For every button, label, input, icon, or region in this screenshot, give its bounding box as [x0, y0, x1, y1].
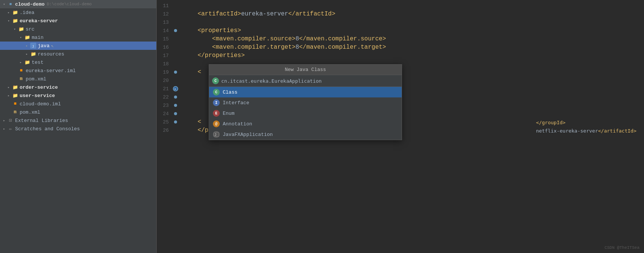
code-line-15: 15 <maven.compiler.source>8</maven.compi… [157, 35, 644, 43]
line-code-13[interactable] [179, 19, 644, 26]
sidebar-item-test[interactable]: test [0, 58, 156, 66]
line-num-19: 19 [157, 69, 172, 75]
gutter-bookmark-icon [174, 96, 177, 99]
sidebar-item-scratches[interactable]: ✏ Scratches and Consoles [0, 125, 156, 133]
xml-icon: m [12, 109, 18, 115]
code-line-17: 17 </properties> [157, 51, 644, 60]
sidebar-item-order-service[interactable]: order-service [0, 83, 156, 91]
gutter-bookmark-icon [174, 120, 177, 123]
popup-option-interface-label: Interface [223, 100, 249, 106]
library-icon: ⊡ [8, 117, 14, 123]
sidebar-item-pom-eureka[interactable]: m pom.xml [0, 75, 156, 83]
code-line-13: 13 [157, 18, 644, 26]
iml-icon: ■ [18, 68, 24, 74]
popup-option-javafx[interactable]: J JavaFXApplication [209, 129, 402, 140]
arrow-icon [6, 85, 11, 90]
sidebar-item-eureka-iml[interactable]: ■ eureka-server.iml [0, 66, 156, 75]
popup-option-class-label: Class [223, 89, 237, 95]
code-line-11: 11 [157, 2, 644, 10]
sidebar-sublabel-cloud-demo: D:\code\cloud-demo [47, 2, 92, 6]
folder-icon [30, 51, 36, 57]
popup-option-enum[interactable]: E Enum [209, 108, 402, 119]
line-code-15[interactable]: <maven.compiler.source>8</maven.compiler… [179, 35, 644, 42]
javafx-icon: J [213, 131, 220, 138]
watermark: CSDN @TheITSea [605, 245, 639, 250]
sidebar-item-pom-root[interactable]: m pom.xml [0, 108, 156, 116]
gutter-24 [172, 112, 179, 115]
project-icon: ■ [8, 1, 14, 7]
popup-title-bar: New Java Class [209, 65, 402, 75]
sidebar-label-order-service: order-service [20, 85, 58, 90]
line-code-11[interactable] [179, 2, 644, 9]
sidebar-label-idea: .idea [20, 10, 34, 15]
line-num-16: 16 [157, 45, 172, 50]
popup-option-annotation[interactable]: @ Annotation [209, 119, 402, 129]
folder-icon [24, 34, 30, 40]
sidebar-item-main[interactable]: main [0, 33, 156, 42]
gutter-14 [172, 29, 179, 32]
sidebar-label-java: java [38, 43, 49, 49]
arrow-icon [24, 51, 29, 57]
popup-title-text: New Java Class [285, 67, 326, 73]
popup-class-icon: C [212, 77, 219, 84]
line-num-14: 14 [157, 28, 172, 34]
code-line-12: 12 <artifactId>eureka-server</artifactId… [157, 10, 644, 18]
popup-option-javafx-label: JavaFXApplication [223, 132, 273, 137]
sidebar-item-src[interactable]: src [0, 25, 156, 33]
line-num-15: 15 [157, 36, 172, 42]
code-line-14: 14 <properties> [157, 26, 644, 35]
sidebar: ■ cloud-demo D:\code\cloud-demo .idea eu… [0, 0, 157, 253]
gutter-25 [172, 120, 179, 123]
xml-icon: m [18, 76, 24, 82]
sidebar-item-user-service[interactable]: user-service [0, 91, 156, 100]
arrow-icon [24, 43, 29, 48]
sidebar-item-resources[interactable]: resources [0, 50, 156, 58]
gutter-bookmark-icon [174, 29, 177, 32]
iml-icon: ■ [12, 101, 18, 107]
folder-icon [24, 59, 30, 65]
class-icon: C [213, 89, 220, 96]
sidebar-label-resources: resources [38, 51, 64, 57]
popup-option-interface[interactable]: I Interface [209, 97, 402, 108]
arrow-icon [18, 60, 23, 65]
arrow-icon [2, 118, 7, 123]
gutter-21: ▶ [172, 86, 179, 91]
sidebar-label-main: main [32, 35, 43, 40]
annotation-icon: @ [213, 120, 220, 127]
line-num-25: 25 [157, 119, 172, 125]
line-num-21: 21 [157, 86, 172, 92]
arrow-icon [6, 93, 11, 98]
popup-c-label: C [214, 79, 217, 83]
sidebar-label-pom-root: pom.xml [20, 110, 40, 115]
sidebar-label-src: src [26, 26, 34, 32]
line-num-13: 13 [157, 20, 172, 25]
line-num-12: 12 [157, 11, 172, 17]
folder-icon [12, 84, 18, 90]
gutter-bookmark-icon [174, 112, 177, 115]
popup-input-row[interactable]: C [209, 75, 402, 87]
code-line-16: 16 <maven.compiler.target>8</maven.compi… [157, 43, 644, 51]
line-code-17[interactable]: </properties> [179, 52, 644, 59]
popup-option-class[interactable]: C Class [209, 87, 402, 97]
sidebar-label-test: test [32, 60, 43, 65]
interface-icon: I [213, 99, 220, 106]
sidebar-item-eureka-server[interactable]: eureka-server [0, 17, 156, 25]
new-class-input[interactable] [221, 78, 399, 84]
line-code-16[interactable]: <maven.compiler.target>8</maven.compiler… [179, 44, 644, 51]
sidebar-label-cloud-demo: cloud-demo [15, 2, 45, 7]
sidebar-item-external-libraries[interactable]: ⊡ External Libraries [0, 116, 156, 125]
sidebar-label-eureka-server: eureka-server [20, 18, 58, 24]
sidebar-item-cloud-demo-iml[interactable]: ■ cloud-demo.iml [0, 100, 156, 108]
arrow-icon [18, 35, 23, 40]
gutter-bookmark-icon [174, 71, 177, 74]
folder-icon [12, 18, 18, 24]
sidebar-item-cloud-demo-root[interactable]: ■ cloud-demo D:\code\cloud-demo [0, 0, 156, 8]
enum-icon: E [213, 110, 220, 117]
sidebar-item-idea[interactable]: .idea [0, 8, 156, 17]
line-code-12[interactable]: <artifactId>eureka-server</artifactId> [179, 11, 644, 17]
line-code-14[interactable]: <properties> [179, 27, 644, 34]
sidebar-label-pom-eureka: pom.xml [26, 76, 46, 82]
popup-option-annotation-label: Annotation [223, 121, 252, 127]
sidebar-item-java[interactable]: j java ↖ [0, 42, 156, 50]
new-java-class-popup: New Java Class C C Class I Interface E [209, 64, 402, 140]
